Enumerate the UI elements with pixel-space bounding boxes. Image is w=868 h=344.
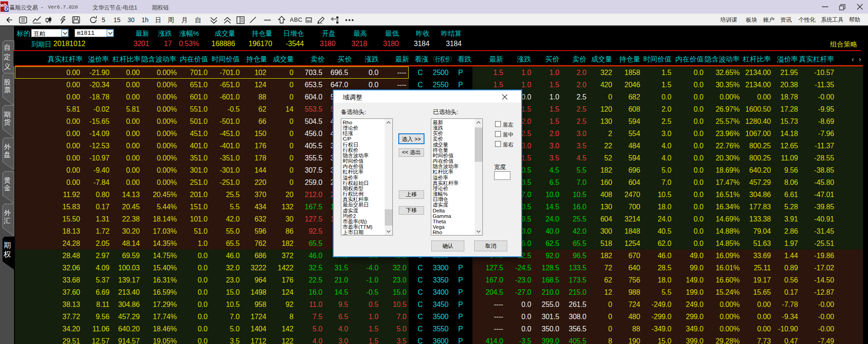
svg-text:6: 6 <box>4 4 9 12</box>
